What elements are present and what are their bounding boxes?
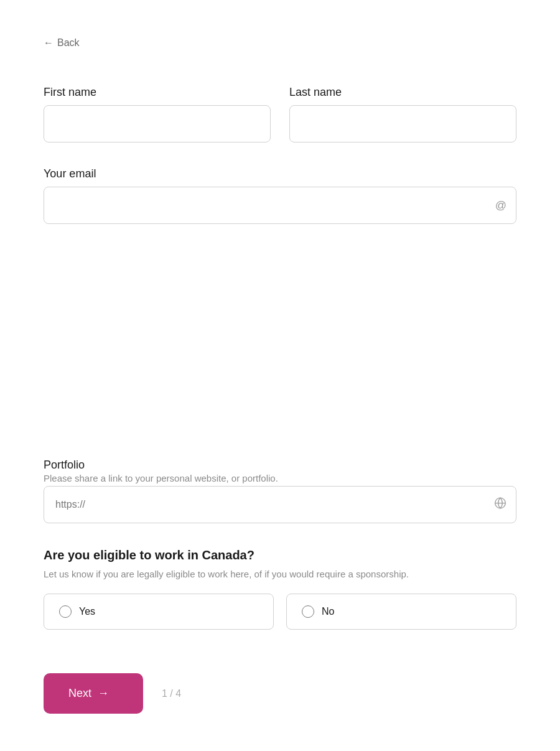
canada-title: Are you eligible to work in Canada?: [44, 548, 516, 562]
no-label: No: [322, 606, 334, 617]
page-container: ← Back First name Last name Your email @…: [0, 0, 560, 751]
last-name-input[interactable]: [289, 105, 516, 142]
portfolio-description: Please share a link to your personal web…: [44, 473, 516, 483]
last-name-group: Last name: [289, 86, 516, 142]
no-option[interactable]: No: [286, 594, 516, 630]
back-arrow-icon: ←: [44, 37, 54, 49]
next-button-label: Next: [68, 687, 91, 700]
canada-description: Let us know if you are legally eligible …: [44, 567, 516, 582]
email-section: Your email @: [44, 167, 516, 434]
yes-option[interactable]: Yes: [44, 594, 274, 630]
back-link[interactable]: ← Back: [44, 37, 516, 49]
yes-label: Yes: [79, 606, 95, 617]
first-name-input[interactable]: [44, 105, 271, 142]
first-name-label: First name: [44, 86, 271, 99]
email-input[interactable]: [44, 187, 516, 224]
portfolio-input-wrapper: [44, 486, 516, 523]
portfolio-label: Portfolio: [44, 459, 516, 472]
footer-row: Next → 1 / 4: [44, 661, 516, 714]
next-button[interactable]: Next →: [44, 673, 143, 714]
first-name-group: First name: [44, 86, 271, 142]
no-radio[interactable]: [302, 605, 314, 618]
yes-radio[interactable]: [59, 605, 72, 618]
back-label: Back: [57, 37, 80, 49]
last-name-label: Last name: [289, 86, 516, 99]
radio-row: Yes No: [44, 594, 516, 630]
name-row: First name Last name: [44, 86, 516, 142]
portfolio-input[interactable]: [44, 486, 516, 523]
email-label: Your email: [44, 167, 516, 180]
next-arrow-icon: →: [98, 687, 109, 700]
email-input-wrapper: @: [44, 187, 516, 224]
portfolio-section: Portfolio Please share a link to your pe…: [44, 459, 516, 523]
page-indicator: 1 / 4: [162, 688, 181, 699]
canada-section: Are you eligible to work in Canada? Let …: [44, 548, 516, 630]
